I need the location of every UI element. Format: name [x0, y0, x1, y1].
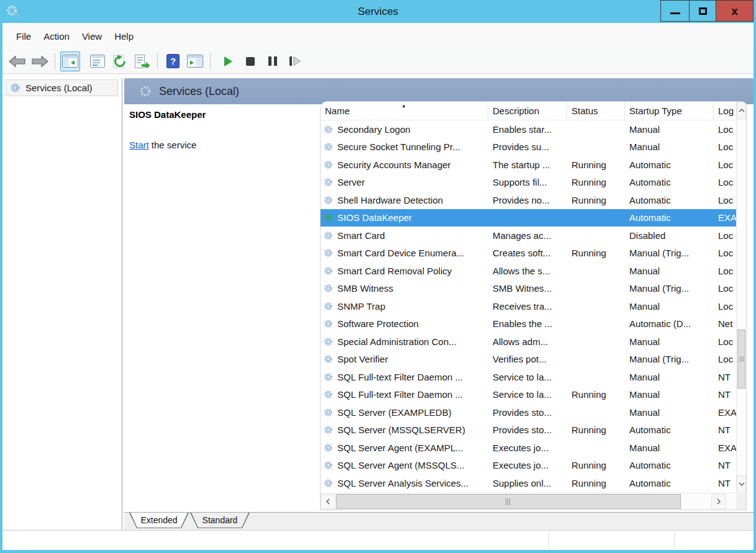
- service-row[interactable]: Server Supports fil... Running Automatic…: [321, 174, 736, 192]
- tab-extended[interactable]: Extended: [129, 513, 189, 528]
- service-name-text: SMB Witness: [337, 283, 393, 294]
- tree-item-label: Services (Local): [25, 83, 93, 93]
- service-row[interactable]: SQL Server Agent (MSSQLS... Executes jo.…: [321, 457, 736, 475]
- service-startup-type-cell: Manual: [625, 336, 714, 347]
- scroll-right-button[interactable]: [711, 494, 726, 509]
- service-row[interactable]: Special Administration Con... Allows adm…: [321, 333, 736, 351]
- service-logon-cell: Loc: [714, 160, 736, 170]
- properties-button[interactable]: [88, 52, 107, 71]
- menu-view[interactable]: View: [76, 29, 108, 44]
- scroll-up-button[interactable]: [737, 102, 746, 119]
- window-frame: [754, 0, 756, 553]
- service-logon-cell: NT: [714, 478, 736, 488]
- service-row[interactable]: Software Protection Enables the ... Auto…: [321, 315, 736, 333]
- service-row[interactable]: SQL Server Analysis Services... Supplies…: [321, 474, 736, 492]
- service-gear-icon: [324, 319, 333, 328]
- minimize-button[interactable]: [660, 0, 690, 22]
- back-button[interactable]: [7, 52, 27, 71]
- selected-service-name: SIOS DataKeeper: [129, 109, 206, 120]
- scroll-down-button[interactable]: [737, 475, 746, 493]
- service-row[interactable]: Security Accounts Manager The startup ..…: [321, 156, 736, 174]
- service-name-text: Software Protection: [337, 318, 419, 329]
- vertical-scroll-thumb[interactable]: [737, 330, 745, 389]
- service-name-cell: Special Administration Con...: [321, 336, 488, 347]
- menu-bar: File Action View Help: [2, 23, 754, 49]
- service-row[interactable]: SQL Full-text Filter Daemon ... Service …: [321, 386, 736, 404]
- tree-item-services-local[interactable]: Services (Local): [6, 79, 118, 96]
- service-row[interactable]: SNMP Trap Receives tra... Manual Loc: [321, 297, 736, 315]
- service-row[interactable]: Spot Verifier Verifies pot... Manual (Tr…: [321, 351, 736, 369]
- service-logon-cell: NT: [714, 425, 736, 435]
- close-button[interactable]: x: [716, 0, 754, 22]
- service-row[interactable]: Smart Card Device Enumera... Creates sof…: [321, 245, 736, 263]
- service-row[interactable]: Shell Hardware Detection Provides no... …: [321, 191, 736, 209]
- restart-service-button[interactable]: [285, 52, 305, 71]
- service-row[interactable]: Secure Socket Tunneling Pr... Provides s…: [321, 138, 736, 156]
- column-header-log-on-as[interactable]: Log: [714, 102, 736, 120]
- vertical-scrollbar[interactable]: [736, 102, 746, 493]
- service-gear-icon: [324, 425, 333, 434]
- status-bar-divider: [549, 532, 549, 549]
- service-name-text: SQL Server Agent (MSSQLS...: [337, 460, 465, 470]
- service-description-cell: Service to la...: [488, 372, 567, 382]
- start-service-button[interactable]: [218, 52, 238, 71]
- minimize-icon: [670, 12, 680, 14]
- service-logon-cell: Loc: [714, 177, 736, 187]
- tab-standard[interactable]: Standard: [190, 513, 250, 528]
- maximize-button[interactable]: [690, 0, 716, 22]
- column-header-status[interactable]: Status: [567, 102, 625, 120]
- service-description-cell: Provides sto...: [488, 425, 567, 435]
- service-name-text: Special Administration Con...: [337, 336, 457, 347]
- export-list-button[interactable]: [132, 52, 152, 71]
- service-row[interactable]: SMB Witness SMB Witnes... Manual (Trig..…: [321, 280, 736, 298]
- scroll-grip-icon: [739, 357, 744, 362]
- table-header: Name ▲ Description Status Startup Type L…: [321, 102, 736, 120]
- menu-help[interactable]: Help: [108, 29, 140, 44]
- service-row[interactable]: SQL Server (MSSQLSERVER) Provides sto...…: [321, 421, 736, 439]
- stop-service-button[interactable]: [240, 52, 260, 71]
- service-row[interactable]: SQL Server (EXAMPLEDB) Provides sto... M…: [321, 403, 736, 421]
- status-bar: [2, 530, 754, 550]
- horizontal-scroll-thumb[interactable]: [336, 494, 681, 509]
- service-startup-type-cell: Disabled: [625, 230, 714, 241]
- service-startup-type-cell: Manual (Trig...: [625, 283, 714, 294]
- service-row[interactable]: SQL Full-text Filter Daemon ... Service …: [321, 368, 736, 386]
- show-hide-action-pane-button[interactable]: [185, 52, 205, 71]
- help-button[interactable]: ?: [163, 52, 183, 71]
- column-header-startup-type[interactable]: Startup Type: [625, 102, 714, 120]
- service-logon-cell: Loc: [714, 142, 736, 152]
- toolbar-separator: [157, 53, 158, 70]
- column-header-description[interactable]: Description: [488, 102, 567, 120]
- scroll-left-button[interactable]: [321, 494, 335, 509]
- menu-action[interactable]: Action: [37, 29, 76, 44]
- forward-button[interactable]: [30, 52, 50, 71]
- chevron-right-icon: [717, 498, 721, 505]
- service-row[interactable]: Smart Card Manages ac... Disabled Loc: [321, 227, 736, 245]
- show-hide-console-tree-button[interactable]: [60, 52, 80, 71]
- service-name-cell: SMB Witness: [321, 283, 488, 294]
- service-name-cell: Secondary Logon: [321, 124, 488, 135]
- service-name-cell: Shell Hardware Detection: [321, 195, 488, 205]
- horizontal-scrollbar[interactable]: [321, 493, 736, 510]
- service-name-text: SQL Server Analysis Services...: [337, 478, 468, 488]
- service-startup-type-cell: Automatic: [625, 425, 714, 435]
- refresh-button[interactable]: [110, 52, 130, 71]
- service-name-cell: Security Accounts Manager: [321, 160, 488, 170]
- content-area: Services (Local) Services (Local) SIOS D…: [2, 74, 754, 529]
- service-row[interactable]: SIOS DataKeeper Automatic EXA: [321, 209, 736, 227]
- service-row[interactable]: Secondary Logon Enables star... Manual L…: [321, 120, 736, 138]
- service-row[interactable]: SQL Server Agent (EXAMPL... Executes jo.…: [321, 439, 736, 457]
- service-name-cell: SNMP Trap: [321, 301, 488, 312]
- menu-file[interactable]: File: [10, 29, 37, 44]
- help-icon: ?: [166, 54, 180, 68]
- service-row[interactable]: Smart Card Removal Policy Allows the s..…: [321, 262, 736, 280]
- stop-icon: [246, 57, 255, 66]
- forward-arrow-icon: [31, 55, 48, 68]
- pause-service-button[interactable]: [263, 52, 283, 71]
- service-gear-icon: [324, 461, 333, 470]
- start-service-link[interactable]: Start: [129, 140, 149, 150]
- service-name-cell: SQL Server Agent (EXAMPL...: [321, 443, 488, 453]
- column-header-name[interactable]: Name ▲: [321, 102, 488, 120]
- service-gear-icon: [324, 302, 333, 311]
- service-startup-type-cell: Manual: [625, 389, 714, 400]
